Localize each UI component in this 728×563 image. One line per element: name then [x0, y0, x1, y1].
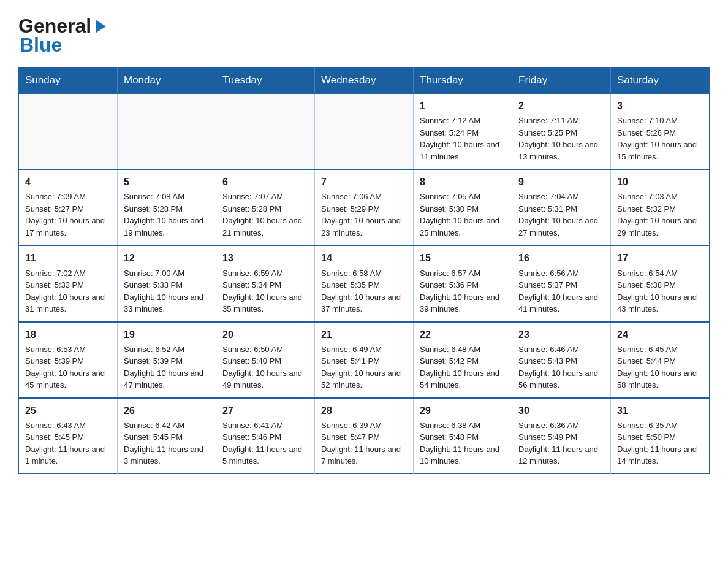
logo-blue: Blue	[20, 34, 62, 56]
day-number: 2	[518, 99, 604, 113]
day-info: Sunrise: 7:03 AMSunset: 5:32 PMDaylight:…	[617, 191, 703, 239]
day-info: Sunrise: 6:52 AMSunset: 5:39 PMDaylight:…	[124, 343, 210, 391]
day-of-week-header: Saturday	[611, 68, 710, 94]
calendar-week-row: 1Sunrise: 7:12 AMSunset: 5:24 PMDaylight…	[19, 93, 710, 169]
calendar-day-cell: 5Sunrise: 7:08 AMSunset: 5:28 PMDaylight…	[118, 169, 216, 245]
day-info: Sunrise: 6:56 AMSunset: 5:37 PMDaylight:…	[518, 267, 604, 315]
day-of-week-header: Thursday	[414, 68, 512, 94]
day-info: Sunrise: 7:04 AMSunset: 5:31 PMDaylight:…	[518, 191, 604, 239]
calendar-week-row: 25Sunrise: 6:43 AMSunset: 5:45 PMDayligh…	[19, 398, 710, 474]
calendar-day-cell: 23Sunrise: 6:46 AMSunset: 5:43 PMDayligh…	[512, 322, 611, 398]
day-info: Sunrise: 6:41 AMSunset: 5:46 PMDaylight:…	[222, 419, 308, 467]
calendar-day-cell: 6Sunrise: 7:07 AMSunset: 5:28 PMDaylight…	[216, 169, 315, 245]
day-number: 7	[321, 175, 407, 189]
day-info: Sunrise: 7:02 AMSunset: 5:33 PMDaylight:…	[25, 267, 111, 315]
day-number: 4	[25, 175, 111, 189]
day-number: 15	[420, 251, 506, 265]
calendar-day-cell: 29Sunrise: 6:38 AMSunset: 5:48 PMDayligh…	[414, 398, 512, 474]
svg-marker-0	[96, 20, 106, 33]
page-header: General Blue	[18, 15, 710, 56]
day-number: 9	[518, 175, 604, 189]
calendar-day-cell: 25Sunrise: 6:43 AMSunset: 5:45 PMDayligh…	[19, 398, 118, 474]
calendar-day-cell: 3Sunrise: 7:10 AMSunset: 5:26 PMDaylight…	[611, 93, 710, 169]
day-number: 27	[222, 404, 308, 418]
calendar-day-cell: 17Sunrise: 6:54 AMSunset: 5:38 PMDayligh…	[611, 245, 710, 321]
calendar-day-cell	[216, 93, 315, 169]
calendar-day-cell	[315, 93, 414, 169]
calendar-day-cell: 7Sunrise: 7:06 AMSunset: 5:29 PMDaylight…	[315, 169, 414, 245]
day-info: Sunrise: 7:00 AMSunset: 5:33 PMDaylight:…	[124, 267, 210, 315]
calendar-day-cell: 9Sunrise: 7:04 AMSunset: 5:31 PMDaylight…	[512, 169, 611, 245]
day-number: 1	[420, 99, 506, 113]
day-info: Sunrise: 6:58 AMSunset: 5:35 PMDaylight:…	[321, 267, 407, 315]
day-info: Sunrise: 6:38 AMSunset: 5:48 PMDaylight:…	[420, 419, 506, 467]
day-number: 13	[222, 251, 308, 265]
logo-arrow-icon	[93, 18, 110, 35]
day-number: 21	[321, 327, 407, 342]
day-number: 25	[25, 404, 111, 418]
day-number: 18	[25, 327, 111, 342]
calendar-day-cell: 4Sunrise: 7:09 AMSunset: 5:27 PMDaylight…	[19, 169, 118, 245]
calendar-day-cell: 11Sunrise: 7:02 AMSunset: 5:33 PMDayligh…	[19, 245, 118, 321]
day-info: Sunrise: 6:46 AMSunset: 5:43 PMDaylight:…	[518, 343, 604, 391]
day-of-week-header: Tuesday	[216, 68, 315, 94]
calendar-day-cell: 28Sunrise: 6:39 AMSunset: 5:47 PMDayligh…	[315, 398, 414, 474]
calendar-day-cell: 2Sunrise: 7:11 AMSunset: 5:25 PMDaylight…	[512, 93, 611, 169]
calendar-day-cell: 13Sunrise: 6:59 AMSunset: 5:34 PMDayligh…	[216, 245, 315, 321]
day-number: 26	[124, 404, 210, 418]
calendar-day-cell: 18Sunrise: 6:53 AMSunset: 5:39 PMDayligh…	[19, 322, 118, 398]
day-number: 23	[518, 327, 604, 342]
day-number: 14	[321, 251, 407, 265]
calendar-day-cell: 24Sunrise: 6:45 AMSunset: 5:44 PMDayligh…	[611, 322, 710, 398]
day-number: 28	[321, 404, 407, 418]
day-info: Sunrise: 6:36 AMSunset: 5:49 PMDaylight:…	[518, 419, 604, 467]
day-info: Sunrise: 7:09 AMSunset: 5:27 PMDaylight:…	[25, 191, 111, 239]
day-of-week-header: Friday	[512, 68, 611, 94]
day-number: 17	[617, 251, 703, 265]
calendar-header: SundayMondayTuesdayWednesdayThursdayFrid…	[19, 68, 710, 94]
day-number: 3	[617, 99, 703, 113]
calendar-day-cell: 19Sunrise: 6:52 AMSunset: 5:39 PMDayligh…	[118, 322, 216, 398]
day-info: Sunrise: 6:39 AMSunset: 5:47 PMDaylight:…	[321, 419, 407, 467]
calendar-day-cell: 22Sunrise: 6:48 AMSunset: 5:42 PMDayligh…	[414, 322, 512, 398]
day-info: Sunrise: 6:53 AMSunset: 5:39 PMDaylight:…	[25, 343, 111, 391]
day-number: 31	[617, 404, 703, 418]
calendar-day-cell: 10Sunrise: 7:03 AMSunset: 5:32 PMDayligh…	[611, 169, 710, 245]
day-info: Sunrise: 7:05 AMSunset: 5:30 PMDaylight:…	[420, 191, 506, 239]
day-info: Sunrise: 7:07 AMSunset: 5:28 PMDaylight:…	[222, 191, 308, 239]
day-info: Sunrise: 6:54 AMSunset: 5:38 PMDaylight:…	[617, 267, 703, 315]
day-info: Sunrise: 6:35 AMSunset: 5:50 PMDaylight:…	[617, 419, 703, 467]
day-number: 24	[617, 327, 703, 342]
day-info: Sunrise: 7:10 AMSunset: 5:26 PMDaylight:…	[617, 115, 703, 163]
calendar-day-cell: 26Sunrise: 6:42 AMSunset: 5:45 PMDayligh…	[118, 398, 216, 474]
calendar-table: SundayMondayTuesdayWednesdayThursdayFrid…	[18, 67, 710, 474]
day-info: Sunrise: 7:11 AMSunset: 5:25 PMDaylight:…	[518, 115, 604, 163]
day-info: Sunrise: 6:42 AMSunset: 5:45 PMDaylight:…	[124, 419, 210, 467]
day-number: 6	[222, 175, 308, 189]
day-info: Sunrise: 6:48 AMSunset: 5:42 PMDaylight:…	[420, 343, 506, 391]
day-info: Sunrise: 6:59 AMSunset: 5:34 PMDaylight:…	[222, 267, 308, 315]
day-number: 16	[518, 251, 604, 265]
calendar-day-cell	[118, 93, 216, 169]
calendar-day-cell	[19, 93, 118, 169]
day-number: 30	[518, 404, 604, 418]
calendar-week-row: 11Sunrise: 7:02 AMSunset: 5:33 PMDayligh…	[19, 245, 710, 321]
day-info: Sunrise: 6:50 AMSunset: 5:40 PMDaylight:…	[222, 343, 308, 391]
calendar-day-cell: 20Sunrise: 6:50 AMSunset: 5:40 PMDayligh…	[216, 322, 315, 398]
day-number: 20	[222, 327, 308, 342]
day-info: Sunrise: 6:45 AMSunset: 5:44 PMDaylight:…	[617, 343, 703, 391]
day-info: Sunrise: 6:49 AMSunset: 5:41 PMDaylight:…	[321, 343, 407, 391]
day-info: Sunrise: 7:08 AMSunset: 5:28 PMDaylight:…	[124, 191, 210, 239]
day-header-row: SundayMondayTuesdayWednesdayThursdayFrid…	[19, 68, 710, 94]
calendar-day-cell: 8Sunrise: 7:05 AMSunset: 5:30 PMDaylight…	[414, 169, 512, 245]
day-number: 29	[420, 404, 506, 418]
day-number: 19	[124, 327, 210, 342]
day-number: 8	[420, 175, 506, 189]
day-number: 22	[420, 327, 506, 342]
calendar-day-cell: 27Sunrise: 6:41 AMSunset: 5:46 PMDayligh…	[216, 398, 315, 474]
day-info: Sunrise: 7:12 AMSunset: 5:24 PMDaylight:…	[420, 115, 506, 163]
calendar-body: 1Sunrise: 7:12 AMSunset: 5:24 PMDaylight…	[19, 93, 710, 473]
day-number: 10	[617, 175, 703, 189]
logo: General Blue	[18, 15, 110, 56]
calendar-day-cell: 15Sunrise: 6:57 AMSunset: 5:36 PMDayligh…	[414, 245, 512, 321]
